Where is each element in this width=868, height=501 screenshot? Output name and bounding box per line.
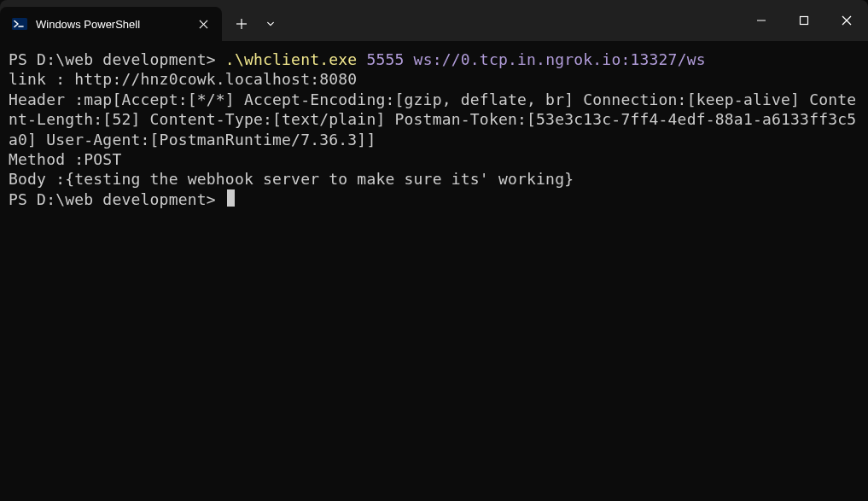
- output-body: Body :{testing the webhook server to mak…: [9, 169, 859, 189]
- tabbar-actions: [222, 7, 285, 41]
- prompt: PS D:\web development>: [9, 190, 225, 208]
- cursor: [227, 189, 235, 207]
- close-window-button[interactable]: [825, 0, 868, 41]
- titlebar-drag-region[interactable]: [285, 0, 740, 41]
- output-link: link : http://hnz0cowk.localhost:8080: [9, 69, 859, 89]
- command-executable: .\whclient.exe: [225, 50, 358, 68]
- tab-close-button[interactable]: [195, 15, 212, 32]
- tab-dropdown-button[interactable]: [256, 10, 285, 38]
- svg-rect-0: [12, 18, 27, 30]
- powershell-icon: [12, 16, 27, 32]
- terminal-content[interactable]: PS D:\web development> .\whclient.exe 55…: [0, 41, 868, 218]
- command-arg-port: 5555: [357, 50, 404, 68]
- new-tab-button[interactable]: [227, 10, 256, 38]
- output-header: Header :map[Accept:[*/*] Accept-Encoding…: [9, 90, 859, 149]
- minimize-button[interactable]: [740, 0, 783, 41]
- tab-title: Windows PowerShell: [36, 18, 162, 31]
- command-arg-url: ws://0.tcp.in.ngrok.io:13327/ws: [405, 50, 706, 68]
- maximize-button[interactable]: [783, 0, 825, 41]
- svg-rect-7: [801, 17, 808, 25]
- titlebar: Windows PowerShell: [0, 0, 868, 41]
- active-tab[interactable]: Windows PowerShell: [0, 7, 222, 41]
- prompt: PS D:\web development>: [9, 50, 225, 68]
- output-method: Method :POST: [9, 149, 859, 169]
- window-controls: [740, 0, 868, 41]
